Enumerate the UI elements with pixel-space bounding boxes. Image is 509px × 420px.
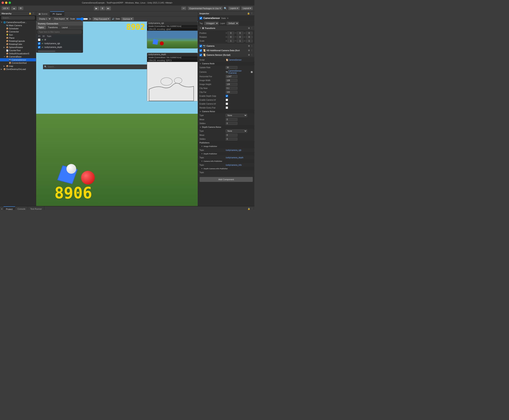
- camerasensor-menu-icon[interactable]: ⋮: [251, 54, 253, 56]
- undo-button[interactable]: ↩: [181, 7, 187, 10]
- camera-ref-pin-icon[interactable]: 🔘: [250, 71, 253, 73]
- noise-type-select[interactable]: None: [226, 114, 247, 117]
- hd-settings-icon[interactable]: ⚙: [248, 49, 250, 52]
- tree-item-maincamera[interactable]: 📷 Main Camera: [0, 24, 36, 27]
- audio-icon[interactable]: 🔊: [112, 18, 114, 20]
- rotation-y[interactable]: [237, 36, 243, 38]
- close-button[interactable]: [1, 1, 4, 4]
- ros-topic-tf[interactable]: ⇄ /tf: [36, 38, 83, 42]
- tree-item-scheduler[interactable]: 📦 Scheduler: [0, 27, 36, 30]
- packages-button[interactable]: Experimental Packages In Use ▾: [187, 7, 222, 10]
- tree-item-dontdestroy[interactable]: ▶ 📦 DontDestroyOnLoad: [0, 68, 36, 71]
- scale-slider[interactable]: [76, 17, 88, 21]
- scale-y[interactable]: [237, 39, 243, 42]
- ros-topic-camera-depth[interactable]: ⇄ /unity/camera_depth: [36, 45, 83, 49]
- camera-active-checkbox[interactable]: [200, 45, 202, 47]
- tree-expand-root[interactable]: ▼: [1, 21, 3, 23]
- layer-select[interactable]: Default: [227, 22, 239, 25]
- tag-select[interactable]: Untagged: [204, 22, 219, 25]
- search-icon[interactable]: 🔍: [224, 7, 227, 10]
- step-button[interactable]: ⏭: [105, 6, 111, 11]
- tree-item-camerasensor[interactable]: 📷 CameraSensor: [0, 58, 36, 61]
- tree-item-countertext[interactable]: 📄 CounterText: [0, 49, 36, 52]
- inspector-menu-icon[interactable]: ⋮: [251, 12, 253, 15]
- play-focused-button[interactable]: Play Focused ▾: [92, 17, 111, 21]
- project-lock-icon[interactable]: 🔒: [247, 208, 250, 210]
- depth-noise-stddev-value[interactable]: [226, 138, 237, 141]
- tab-scene[interactable]: 🏔 Scene: [36, 11, 50, 16]
- lock-icon[interactable]: 🔒: [29, 12, 31, 15]
- camera-settings-icon[interactable]: ⚙: [248, 45, 250, 47]
- project-menu-icon[interactable]: ⋮: [251, 208, 253, 210]
- position-x[interactable]: [227, 32, 234, 35]
- tree-item-root[interactable]: ▼ 🌐 CameraSensorExar...: [0, 21, 36, 24]
- hd-camera-data-header[interactable]: 📜 HD Additional Camera Data (Scri ⚙ ⋮: [198, 48, 254, 52]
- ros-tab-transforms[interactable]: Transforms: [46, 26, 60, 29]
- display-select[interactable]: Display 1: [37, 17, 51, 21]
- horizontal-fov-value[interactable]: [226, 75, 237, 78]
- position-y[interactable]: [237, 32, 243, 35]
- noise-stddev-value[interactable]: [226, 122, 237, 125]
- image-height-value[interactable]: [226, 83, 237, 86]
- depth-noise-mean-value[interactable]: [226, 134, 237, 137]
- tree-item-defaultvis[interactable]: 📦 DefaultVisualizationS: [0, 52, 36, 55]
- scale-x[interactable]: [227, 39, 234, 42]
- stats-button[interactable]: Stats: [115, 18, 120, 20]
- rotation-z[interactable]: [246, 36, 253, 38]
- ros-topic-camera-rgb[interactable]: ⇄ /unity/camera_rgb: [36, 42, 83, 45]
- ros-2d-camera-rgb[interactable]: [38, 42, 40, 45]
- camera-component-header[interactable]: 📷 Camera ⚙ ⋮: [198, 44, 254, 48]
- clip-near-value[interactable]: [226, 87, 237, 90]
- tree-item-sphererot[interactable]: ▶ 📦 SphereRotator: [0, 46, 36, 49]
- gizmos-button[interactable]: Gizmos ▾: [121, 17, 134, 21]
- add-folder-button[interactable]: +: [0, 206, 4, 210]
- enable-depth-checkbox[interactable]: [226, 95, 228, 97]
- obj-active-checkbox[interactable]: [200, 17, 202, 20]
- noise-mean-value[interactable]: [226, 118, 237, 121]
- static-dropdown-icon[interactable]: ▾: [227, 17, 228, 20]
- layout-button[interactable]: Layout ▾: [241, 7, 253, 10]
- scale-z[interactable]: [246, 39, 253, 42]
- ros-2d-tf[interactable]: [38, 38, 40, 41]
- hierarchy-menu-icon[interactable]: ⋮: [32, 12, 34, 15]
- enable-caminfo2-checkbox[interactable]: [226, 103, 228, 105]
- tree-item-plane[interactable]: 📦 Plane: [0, 36, 36, 39]
- cloud-button[interactable]: ☁: [11, 7, 17, 10]
- aspect-select[interactable]: Free Aspect: [52, 17, 69, 21]
- game-view[interactable]: 8906 8902 Dummy Connection Topics Transf…: [36, 22, 198, 206]
- camerasensor-settings-icon[interactable]: ⚙: [248, 54, 250, 56]
- tab-project[interactable]: Project: [4, 206, 15, 210]
- tree-item-rotcapsule[interactable]: 📦 RotatingCapsule: [0, 39, 36, 43]
- maximize-button[interactable]: [9, 1, 11, 4]
- hd-active-checkbox[interactable]: [200, 49, 202, 52]
- pause-button[interactable]: ⏸: [100, 6, 105, 11]
- enable-caminfo1-checkbox[interactable]: [226, 99, 228, 101]
- depth-noise-type-select[interactable]: None: [226, 129, 247, 133]
- account-button[interactable]: HY ▾: [1, 7, 10, 10]
- hierarchy-search-input[interactable]: [1, 16, 35, 20]
- tree-item-connector[interactable]: 📦 Connector: [0, 30, 36, 33]
- camera-menu-icon[interactable]: ⋮: [251, 45, 253, 47]
- image-width-value[interactable]: [226, 79, 237, 82]
- clip-far-value[interactable]: [226, 91, 237, 94]
- tree-item-rotcube[interactable]: 📦 RotatingCube: [0, 43, 36, 46]
- transform-component-header[interactable]: ▼ ⊞ Transform ⚙ ⋮: [198, 26, 254, 30]
- transform-settings-icon[interactable]: ⚙: [248, 27, 250, 30]
- tree-item-connectionhud[interactable]: 📦 ConnectionHud: [0, 61, 36, 65]
- position-z[interactable]: [246, 32, 253, 35]
- ros-2d-camera-depth[interactable]: [38, 46, 40, 48]
- settings-button[interactable]: ⚙: [18, 7, 23, 10]
- add-component-button[interactable]: Add Component: [200, 177, 253, 182]
- update-rate-value[interactable]: [226, 66, 237, 69]
- ros-filter-input[interactable]: [37, 30, 82, 34]
- inspector-lock-icon[interactable]: 🔒: [247, 12, 250, 15]
- transform-menu-icon[interactable]: ⋮: [251, 27, 253, 30]
- play-button[interactable]: ▶: [94, 6, 99, 11]
- tree-item-camerabase[interactable]: ▼ 📦 CameraBase: [0, 55, 36, 58]
- ros-tab-topics[interactable]: Topics: [36, 26, 46, 29]
- ros-tab-layout[interactable]: Layout: [60, 26, 70, 29]
- render-every-checkbox[interactable]: [226, 106, 228, 109]
- camera-sensor-component-header[interactable]: 📜 Camera Sensor (Script) ⚙ ⋮: [198, 53, 254, 57]
- rotation-x[interactable]: [227, 36, 234, 38]
- layers-button[interactable]: Layers ▾: [228, 7, 240, 10]
